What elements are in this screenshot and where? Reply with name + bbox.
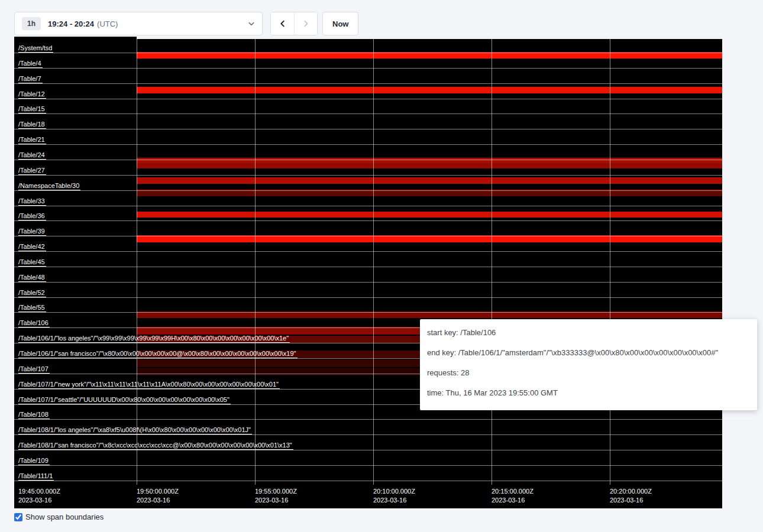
span-boundary-line	[14, 190, 722, 191]
x-axis-label: 20:20:00.000Z2023-03-16	[610, 487, 652, 505]
row-label: /Table/106/1/"san francisco"/"\x80\x00\x…	[18, 349, 298, 358]
span-boundary-line	[14, 113, 722, 114]
tooltip-end-key: end key: /Table/106/1/"amsterdam"/"\xb33…	[427, 347, 750, 359]
row-label: /Table/42	[18, 242, 46, 251]
axis-date: 2023-03-16	[18, 496, 60, 505]
heat-band	[137, 87, 722, 93]
axis-time: 20:10:00.000Z	[373, 488, 415, 495]
row-label: /Table/45	[18, 258, 46, 267]
time-gridline	[610, 37, 610, 485]
duration-badge: 1h	[22, 17, 41, 30]
row-label: /Table/111/1	[18, 472, 54, 481]
span-boundary-line	[14, 206, 722, 206]
tooltip-time: time: Thu, 16 Mar 2023 19:55:00 GMT	[427, 387, 750, 399]
row-label: /Table/108/1/"san francisco"/"\x8c\xcc\x…	[18, 441, 293, 450]
row-label: /Table/109	[18, 456, 50, 465]
axis-time: 20:20:00.000Z	[610, 488, 652, 495]
row-label: /Table/21	[18, 135, 46, 144]
next-time-button[interactable]	[294, 12, 317, 35]
prev-time-button[interactable]	[271, 12, 294, 35]
x-axis-label: 19:55:00.000Z2023-03-16	[255, 487, 297, 505]
x-axis-label: 19:45:00.000Z2023-03-16	[18, 487, 60, 505]
time-gridline	[492, 37, 492, 485]
span-boundary-line	[14, 312, 722, 313]
span-boundary-line	[14, 99, 722, 99]
row-label: /Table/15	[18, 105, 46, 113]
axis-date: 2023-03-16	[610, 496, 652, 505]
span-boundary-line	[14, 83, 722, 84]
chevron-left-icon	[279, 20, 287, 28]
axis-date: 2023-03-16	[373, 496, 415, 505]
axis-time: 19:55:00.000Z	[255, 488, 297, 495]
axis-time: 19:50:00.000Z	[137, 488, 179, 495]
time-range-selector[interactable]: 1h 19:24 - 20:24 (UTC)	[14, 12, 263, 35]
heat-band	[137, 163, 722, 168]
span-boundary-line	[14, 434, 722, 435]
row-label: /Table/39	[18, 227, 46, 236]
row-label: /Table/108	[18, 410, 50, 419]
span-boundary-line	[14, 481, 722, 481]
span-boundary-line	[14, 236, 722, 236]
toolbar: 1h 19:24 - 20:24 (UTC) Now	[0, 0, 763, 37]
row-label: /Table/52	[18, 288, 46, 297]
heat-band	[137, 212, 722, 218]
row-label: /Table/7	[18, 74, 43, 83]
time-range-text: 19:24 - 20:24	[48, 20, 94, 28]
span-boundary-line	[14, 220, 722, 221]
heat-band	[137, 37, 722, 39]
time-gridline	[137, 37, 137, 485]
time-gridline	[255, 37, 256, 485]
span-boundary-line	[14, 144, 722, 145]
heat-band	[137, 177, 722, 184]
axis-date: 2023-03-16	[137, 496, 179, 505]
span-boundary-line	[14, 419, 722, 420]
span-boundary-line	[14, 129, 722, 129]
axis-time: 19:45:00.000Z	[18, 488, 60, 495]
heat-band	[137, 158, 722, 163]
now-button[interactable]: Now	[322, 12, 358, 35]
tooltip-requests: requests: 28	[427, 367, 750, 379]
span-boundary-line	[14, 465, 722, 466]
show-span-boundaries-label[interactable]: Show span boundaries	[25, 512, 104, 521]
span-boundary-line	[14, 175, 722, 176]
row-label: /Table/106	[18, 319, 50, 327]
chevron-down-icon	[248, 20, 255, 27]
row-label: /Table/55	[18, 303, 46, 312]
row-label: /Table/27	[18, 166, 46, 175]
row-label: /Table/4	[18, 59, 43, 68]
row-label: /Table/18	[18, 120, 46, 129]
axis-time: 20:15:00.000Z	[492, 488, 534, 495]
row-label: /Table/33	[18, 197, 46, 206]
row-label: /Table/106/1/"los angeles"/"\x99\x99\x99…	[18, 334, 290, 343]
show-span-boundaries-checkbox[interactable]	[14, 513, 22, 521]
row-label: /NamespaceTable/30	[18, 181, 80, 190]
show-span-boundaries: Show span boundaries	[14, 512, 104, 521]
timezone-text: (UTC)	[97, 20, 118, 28]
tooltip-start-key: start key: /Table/106	[427, 327, 750, 339]
x-axis-label: 20:15:00.000Z2023-03-16	[492, 487, 534, 505]
axis-date: 2023-03-16	[492, 496, 534, 505]
span-boundary-line	[14, 282, 722, 283]
row-label: /System/tsd	[18, 44, 53, 53]
span-boundary-line	[14, 297, 722, 298]
row-label: /Table/107	[18, 365, 50, 374]
span-boundary-line	[14, 450, 722, 450]
span-boundary-line	[14, 267, 722, 267]
time-gridline	[373, 37, 374, 485]
row-label: /Table/12	[18, 90, 46, 99]
row-label: /Table/36	[18, 212, 46, 220]
axis-date: 2023-03-16	[255, 496, 297, 505]
x-axis-label: 19:50:00.000Z2023-03-16	[137, 487, 179, 505]
span-boundary-line	[14, 53, 722, 53]
span-boundary-line	[14, 68, 722, 69]
heatmap-tooltip: start key: /Table/106 end key: /Table/10…	[420, 319, 757, 410]
chevron-right-icon	[302, 20, 310, 28]
row-label: /Table/24	[18, 151, 46, 160]
span-boundary-line	[14, 160, 722, 160]
keyvis-heatmap[interactable]: /System/tsd/Table/4/Table/7/Table/12/Tab…	[14, 37, 722, 508]
x-axis-label: 20:10:00.000Z2023-03-16	[373, 487, 415, 505]
row-label: /Table/108/1/"los angeles"/"\xa8\xf5\u00…	[18, 426, 252, 434]
row-label: /Table/48	[18, 273, 46, 282]
time-nav-group	[270, 12, 318, 35]
span-boundary-line	[14, 251, 722, 252]
